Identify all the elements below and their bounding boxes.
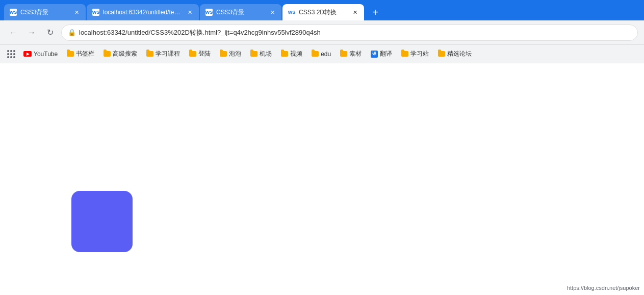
bookmark-video-label: 视频 — [290, 50, 302, 58]
bookmark-folder-video[interactable]: 视频 — [277, 47, 306, 60]
tab-4-favicon: WS — [288, 8, 296, 16]
bookmark-folder-advsearch[interactable]: 高级搜索 — [99, 47, 141, 60]
bookmarks-bar: YouTube 书签栏 高级搜索 学习课程 登陆 泡泡 机场 视 — [0, 45, 644, 63]
bookmark-bookmarks-label: 书签栏 — [76, 50, 94, 58]
bookmark-login-label: 登陆 — [198, 50, 211, 58]
tab-1-title: CSS3背景 — [20, 8, 69, 17]
url-text: localhost:63342/untitled/CSS3%202D转换.htm… — [79, 28, 631, 37]
apps-button[interactable] — [4, 47, 18, 61]
status-bar: https://blog.csdn.net/jsupoker — [567, 285, 640, 291]
bookmark-material-label: 素材 — [349, 50, 362, 58]
bookmark-edu-label: edu — [321, 51, 331, 58]
browser-window: WS CSS3背景 ✕ WS localhost:63342/untitled/… — [0, 0, 644, 295]
bookmark-youtube-label: YouTube — [34, 51, 58, 58]
youtube-icon — [23, 51, 32, 57]
refresh-button[interactable]: ↻ — [43, 26, 57, 40]
youtube-play-icon — [27, 53, 30, 56]
tab-3-title: CSS3背景 — [216, 8, 265, 17]
bookmark-translate-label: 翻译 — [380, 50, 392, 58]
folder-icon-material — [340, 51, 347, 57]
tab-1-favicon: WS — [9, 8, 17, 16]
forward-button[interactable]: → — [24, 26, 39, 40]
folder-icon-bookmarks — [67, 51, 74, 57]
back-button[interactable]: ← — [6, 26, 20, 40]
translate-icon: 译 — [371, 51, 378, 58]
blue-box — [71, 191, 133, 252]
tab-2-title: localhost:63342/untitled/test.h — [103, 9, 183, 16]
folder-icon-video — [281, 51, 288, 57]
bookmark-advsearch-label: 高级搜索 — [113, 50, 137, 58]
bookmark-folder-material[interactable]: 素材 — [336, 47, 366, 60]
bookmark-bubble-label: 泡泡 — [229, 50, 241, 58]
folder-icon-bubble — [220, 51, 227, 57]
tab-2-close[interactable]: ✕ — [186, 8, 194, 16]
folder-icon-login — [189, 51, 196, 57]
bookmark-airport-label: 机场 — [260, 50, 272, 58]
tab-bar: WS CSS3背景 ✕ WS localhost:63342/untitled/… — [0, 0, 644, 20]
tab-4-close[interactable]: ✕ — [351, 8, 359, 16]
url-bar[interactable]: 🔒 localhost:63342/untitled/CSS3%202D转换.h… — [61, 24, 638, 41]
tab-1[interactable]: WS CSS3背景 ✕ — [4, 4, 86, 20]
lock-icon: 🔒 — [68, 29, 76, 36]
folder-icon-course — [146, 51, 153, 57]
bookmark-folder-bookmarks[interactable]: 书签栏 — [63, 47, 98, 60]
bookmark-folder-bubble[interactable]: 泡泡 — [216, 47, 245, 60]
tab-3-close[interactable]: ✕ — [268, 8, 276, 16]
main-content: https://blog.csdn.net/jsupoker — [0, 63, 644, 295]
bookmark-youtube[interactable]: YouTube — [19, 48, 62, 60]
folder-icon-airport — [250, 51, 257, 57]
tab-2-favicon: WS — [92, 8, 100, 16]
bookmark-folder-airport[interactable]: 机场 — [246, 47, 276, 60]
folder-icon-selected — [438, 51, 445, 57]
bookmark-course-label: 学习课程 — [156, 50, 180, 58]
apps-grid-icon — [7, 50, 15, 58]
tab-4[interactable]: WS CSS3 2D转换 ✕ — [282, 4, 364, 20]
tab-2[interactable]: WS localhost:63342/untitled/test.h ✕ — [87, 4, 199, 20]
bookmark-folder-course[interactable]: 学习课程 — [142, 47, 184, 60]
tab-1-close[interactable]: ✕ — [72, 8, 81, 16]
bookmark-studysite-label: 学习站 — [410, 50, 429, 58]
address-bar: ← → ↻ 🔒 localhost:63342/untitled/CSS3%20… — [0, 20, 644, 45]
bookmark-folder-studysite[interactable]: 学习站 — [397, 47, 433, 60]
bookmark-folder-login[interactable]: 登陆 — [185, 47, 215, 60]
bookmark-translate[interactable]: 译 翻译 — [367, 47, 396, 60]
folder-icon-edu — [312, 51, 319, 57]
folder-icon-studysite — [401, 51, 408, 57]
folder-icon-advsearch — [104, 51, 111, 57]
bookmark-folder-selected[interactable]: 精选论坛 — [434, 47, 476, 60]
tab-3-favicon: WS — [205, 8, 213, 16]
bookmark-folder-edu[interactable]: edu — [307, 48, 335, 60]
new-tab-button[interactable]: + — [367, 4, 383, 20]
tab-4-title: CSS3 2D转换 — [299, 8, 348, 17]
bookmark-selected-label: 精选论坛 — [447, 50, 472, 58]
tab-3[interactable]: WS CSS3背景 ✕ — [200, 4, 281, 20]
